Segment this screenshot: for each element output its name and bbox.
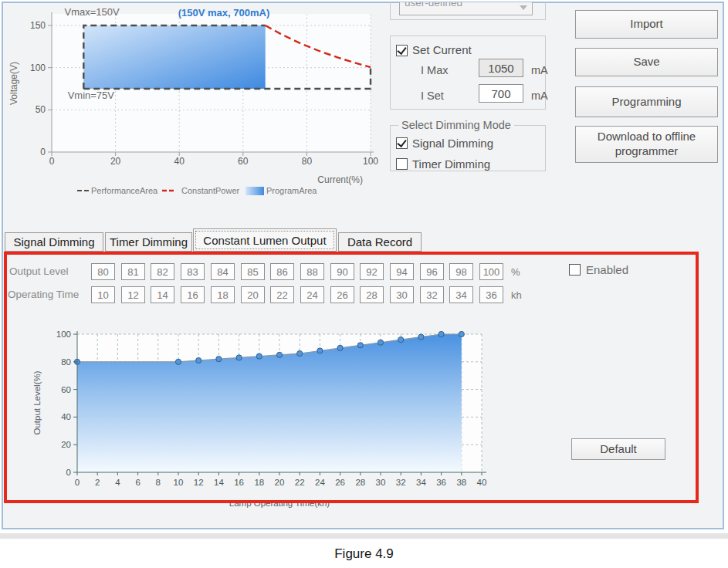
operating-time-input-8[interactable] [330, 286, 354, 303]
programming-button[interactable]: Programming [575, 86, 718, 117]
save-button[interactable]: Save [575, 48, 718, 76]
svg-text:PerformanceArea: PerformanceArea [91, 186, 158, 195]
operating-time-unit: kh [511, 289, 522, 301]
operating-time-row-label: Operating Time [8, 289, 79, 300]
svg-text:ProgramArea: ProgramArea [266, 186, 317, 195]
svg-text:18: 18 [254, 478, 264, 487]
signal-dimming-label: Signal Dimming [412, 137, 493, 150]
svg-text:Lamp Operating Time(kh): Lamp Operating Time(kh) [229, 499, 330, 508]
timer-dimming-label: Timer Dimming [412, 157, 490, 171]
operating-time-input-0[interactable] [91, 286, 115, 303]
svg-text:10: 10 [174, 478, 184, 487]
output-level-input-11[interactable] [420, 263, 444, 280]
operating-time-input-11[interactable] [420, 286, 444, 303]
svg-text:150: 150 [30, 20, 46, 31]
svg-text:Vmax=150V: Vmax=150V [65, 6, 120, 18]
svg-text:100: 100 [56, 330, 71, 339]
import-button[interactable]: Import [575, 10, 718, 39]
clo-enabled-checkbox[interactable] [569, 264, 581, 276]
svg-text:ConstantPower: ConstantPower [181, 186, 240, 195]
figure-caption: Figure 4.9 [0, 546, 728, 562]
svg-text:40: 40 [61, 412, 71, 421]
operating-time-input-5[interactable] [241, 286, 265, 303]
svg-text:60: 60 [238, 156, 249, 167]
output-level-input-5[interactable] [241, 263, 265, 280]
output-level-row-label: Output Level [9, 265, 69, 277]
tab-timer-dimming[interactable]: Timer Dimming [105, 232, 192, 252]
operating-time-input-13[interactable] [479, 286, 503, 303]
signal-dimming-checkbox[interactable] [396, 137, 408, 149]
download-offline-button[interactable]: Download to offline programmer [575, 126, 718, 163]
svg-text:60: 60 [61, 385, 71, 394]
svg-text:20: 20 [275, 478, 285, 487]
page-divider [0, 533, 728, 539]
svg-text:24: 24 [315, 478, 325, 487]
iset-unit: mA [531, 90, 548, 102]
svg-text:16: 16 [234, 478, 244, 487]
output-level-input-2[interactable] [151, 263, 174, 280]
svg-text:14: 14 [214, 478, 224, 487]
operating-time-input-10[interactable] [390, 286, 414, 303]
profile-dropdown[interactable]: user-defined [399, 2, 533, 15]
timer-dimming-checkbox[interactable] [396, 158, 408, 170]
dimming-mode-group-label: Select Dimming Mode [398, 119, 514, 131]
clo-curve-chart: 0246810121416182022242628303234363840020… [28, 320, 537, 512]
output-level-input-10[interactable] [390, 263, 414, 280]
operating-time-input-1[interactable] [121, 286, 145, 303]
svg-text:34: 34 [416, 478, 426, 487]
iset-label: I Set [421, 90, 444, 102]
svg-text:100: 100 [30, 63, 46, 73]
svg-text:Vmin=75V: Vmin=75V [68, 90, 115, 101]
iset-input[interactable] [479, 84, 523, 103]
output-level-input-4[interactable] [211, 263, 235, 280]
operating-time-input-7[interactable] [300, 286, 324, 303]
chevron-down-icon [520, 5, 527, 10]
svg-text:28: 28 [355, 478, 365, 487]
tab-signal-dimming[interactable]: Signal Dimming [5, 232, 103, 252]
imax-label: I Max [421, 64, 448, 76]
svg-text:6: 6 [135, 478, 140, 487]
svg-text:2: 2 [95, 478, 100, 487]
svg-text:0: 0 [40, 147, 46, 157]
operating-time-input-12[interactable] [449, 286, 473, 303]
tab-data-record[interactable]: Data Record [338, 232, 422, 252]
output-level-input-0[interactable] [91, 263, 115, 280]
output-level-input-3[interactable] [181, 263, 205, 280]
svg-text:Output Level(%): Output Level(%) [32, 370, 42, 434]
tab-constant-lumen-output[interactable]: Constant Lumen Output [193, 228, 337, 252]
output-level-input-9[interactable] [360, 263, 384, 280]
operating-time-input-6[interactable] [270, 286, 294, 303]
imax-input[interactable] [479, 59, 523, 77]
set-current-label: Set Current [412, 43, 472, 56]
svg-text:40: 40 [477, 478, 487, 487]
imax-unit: mA [531, 64, 548, 76]
operating-time-input-3[interactable] [181, 286, 205, 303]
clo-enabled-label: Enabled [586, 263, 628, 276]
output-level-input-1[interactable] [121, 263, 145, 280]
svg-text:26: 26 [335, 478, 345, 487]
operating-time-input-9[interactable] [360, 286, 384, 303]
svg-text:8: 8 [156, 478, 161, 487]
svg-text:50: 50 [36, 104, 46, 115]
svg-text:Voltage(V): Voltage(V) [8, 62, 19, 105]
svg-text:22: 22 [295, 478, 305, 487]
svg-text:36: 36 [436, 478, 446, 487]
svg-text:Current(%): Current(%) [317, 174, 363, 185]
svg-text:30: 30 [376, 478, 386, 487]
svg-text:0: 0 [75, 478, 80, 487]
svg-text:80: 80 [302, 156, 313, 167]
output-level-input-12[interactable] [449, 263, 473, 280]
set-current-checkbox[interactable] [396, 45, 408, 56]
profile-dropdown-value: user-defined [405, 2, 462, 8]
svg-text:20: 20 [61, 440, 71, 449]
svg-text:100: 100 [363, 156, 378, 167]
svg-text:38: 38 [456, 478, 466, 487]
operating-time-input-4[interactable] [211, 286, 235, 303]
svg-text:4: 4 [115, 478, 120, 487]
output-level-input-7[interactable] [300, 263, 324, 280]
operating-time-input-2[interactable] [151, 286, 174, 303]
output-level-input-6[interactable] [270, 263, 294, 280]
output-level-input-13[interactable] [479, 263, 503, 280]
output-level-input-8[interactable] [330, 263, 354, 280]
default-button[interactable]: Default [571, 438, 665, 460]
